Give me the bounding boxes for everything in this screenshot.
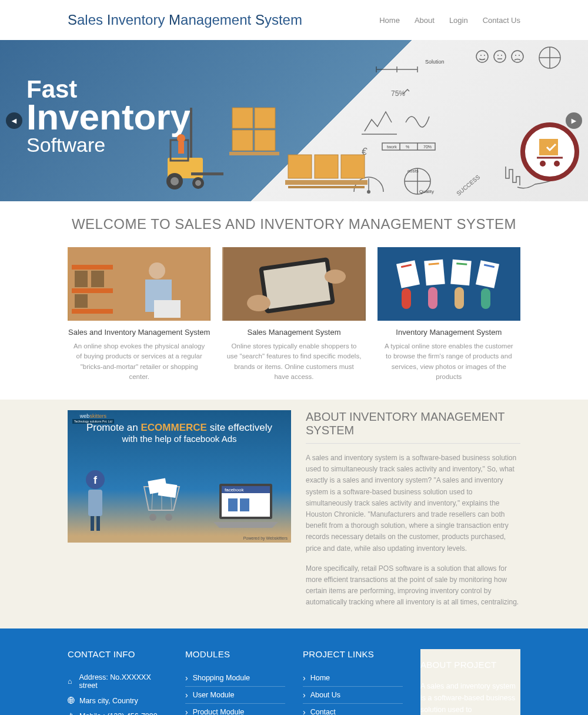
svg-point-0: [476, 51, 488, 62]
module-shopping[interactable]: Shopping Module: [185, 670, 285, 687]
svg-point-3: [494, 51, 506, 62]
header: Sales Inventory Management System Home A…: [0, 0, 588, 40]
svg-rect-98: [158, 483, 178, 498]
carousel-prev-button[interactable]: ◄: [6, 112, 22, 129]
svg-text:twork: twork: [387, 145, 397, 149]
svg-rect-42: [341, 155, 365, 178]
hero-carousel: 75% € costsQuality SUCCESS twork%70% Sol…: [0, 40, 588, 201]
card-desc: Online stores typically enable shoppers …: [222, 341, 365, 382]
module-product[interactable]: Product Module: [185, 704, 285, 715]
svg-rect-35: [232, 108, 253, 128]
svg-rect-68: [154, 300, 181, 318]
svg-point-7: [512, 51, 523, 62]
welcome-section: WELCOME TO SALES AND INVENTORY MANAGEMEN…: [0, 201, 588, 400]
about-heading: ABOUT INVENTORY MANAGEMENT SYSTEM: [306, 410, 520, 444]
svg-point-96: [165, 514, 172, 521]
svg-rect-44: [288, 186, 365, 188]
svg-rect-38: [255, 130, 275, 151]
svg-rect-41: [315, 155, 338, 178]
card-image-tablet-icon: [222, 247, 365, 321]
about-para-1: A sales and inventory system is a softwa…: [306, 453, 520, 554]
svg-point-1: [480, 55, 482, 56]
svg-text:Solution: Solution: [425, 59, 445, 65]
svg-point-2: [484, 55, 485, 56]
svg-point-48: [177, 134, 185, 142]
footer-modules-col: MODULES Shopping Module User Module Prod…: [185, 649, 285, 715]
svg-point-73: [325, 270, 346, 284]
footer-about-text: A sales and inventory system is a softwa…: [420, 680, 520, 715]
svg-rect-55: [539, 139, 558, 155]
svg-rect-61: [72, 288, 113, 293]
contact-address: ⌂Address: No.XXXXXX street: [68, 670, 168, 693]
svg-rect-104: [240, 498, 249, 511]
svg-rect-39: [229, 152, 279, 155]
contact-city: 🌐︎Mars city, Country: [68, 693, 168, 709]
footer-links-col: PROJECT LINKS Home About Us Contact Logi…: [303, 649, 403, 715]
svg-rect-63: [75, 271, 88, 287]
svg-rect-90: [91, 516, 94, 531]
svg-point-8: [515, 55, 516, 56]
card-title: Sales and Inventory Management System: [68, 328, 211, 337]
about-section: webskittersTechnology solutions Pvt. Ltd…: [0, 400, 588, 628]
card-desc: A typical online store enables the custo…: [377, 341, 520, 382]
svg-rect-84: [428, 287, 437, 309]
svg-rect-49: [178, 142, 184, 154]
svg-rect-60: [72, 265, 113, 270]
svg-point-4: [497, 55, 499, 56]
footer-modules-heading: MODULES: [185, 649, 285, 659]
nav-about[interactable]: About: [415, 16, 435, 25]
card-title: Inventory Management System: [377, 328, 520, 337]
svg-text:f: f: [93, 474, 98, 486]
home-icon: ⌂: [68, 677, 75, 686]
svg-text:Quality: Quality: [419, 189, 434, 194]
svg-rect-103: [228, 498, 238, 511]
svg-rect-40: [288, 155, 312, 178]
globe-icon: 🌐︎: [68, 697, 75, 705]
svg-text:70%: 70%: [423, 145, 432, 149]
svg-point-9: [519, 55, 520, 56]
svg-rect-74: [378, 247, 519, 321]
carousel-next-button[interactable]: ►: [566, 112, 582, 129]
footer-contact-col: CONTACT INFO ⌂Address: No.XXXXXX street …: [68, 649, 168, 715]
hero-forklift-icon: [162, 108, 226, 193]
footer-about-col: ABOUT PROJECT A sales and inventory syst…: [420, 649, 520, 715]
feature-card-sales-inventory: Sales and Inventory Management System An…: [68, 247, 211, 382]
footer-about-heading: ABOUT PROJECT: [420, 660, 520, 670]
link-home[interactable]: Home: [303, 670, 403, 687]
card-desc: An online shop evokes the physical analo…: [68, 341, 211, 382]
svg-rect-65: [75, 294, 88, 308]
feature-card-inventory: Inventory Management System A typical on…: [377, 247, 520, 382]
hero-cart-badge-icon: [520, 122, 579, 181]
nav-contact[interactable]: Contact Us: [483, 16, 520, 25]
card-image-docs-icon: [377, 247, 520, 321]
svg-rect-86: [481, 288, 490, 309]
about-para-2: More specifically, retail POS software i…: [306, 563, 520, 608]
svg-point-66: [149, 262, 165, 279]
svg-rect-36: [255, 108, 275, 128]
link-contact[interactable]: Contact: [303, 704, 403, 715]
hero-boxes2-icon: [282, 152, 370, 199]
link-about[interactable]: About Us: [303, 687, 403, 704]
svg-rect-64: [91, 271, 104, 287]
svg-text:%: %: [406, 145, 409, 149]
hero-boxes-icon: [226, 105, 282, 161]
nav-login[interactable]: Login: [449, 16, 468, 25]
promo-banner-icon: webskittersTechnology solutions Pvt. Ltd…: [68, 410, 291, 543]
svg-rect-83: [402, 288, 411, 309]
svg-text:facebook: facebook: [225, 487, 244, 493]
card-title: Sales Management System: [222, 328, 365, 337]
feature-card-sales: Sales Management System Online stores ty…: [222, 247, 365, 382]
svg-rect-85: [455, 287, 464, 309]
contact-mobile: 📱︎Mobile : (123) 456-7890: [68, 709, 168, 715]
svg-text:SUCCESS: SUCCESS: [455, 174, 481, 197]
svg-rect-43: [285, 180, 368, 185]
card-image-warehouse-icon: [68, 247, 211, 321]
mobile-icon: 📱︎: [68, 712, 75, 715]
footer-contact-heading: CONTACT INFO: [68, 649, 168, 659]
site-logo[interactable]: Sales Inventory Management System: [68, 12, 302, 28]
svg-text:costs: costs: [407, 168, 419, 174]
module-user[interactable]: User Module: [185, 687, 285, 704]
nav-menu: Home About Login Contact Us: [379, 15, 520, 25]
svg-point-5: [501, 55, 502, 56]
nav-home[interactable]: Home: [379, 16, 400, 25]
